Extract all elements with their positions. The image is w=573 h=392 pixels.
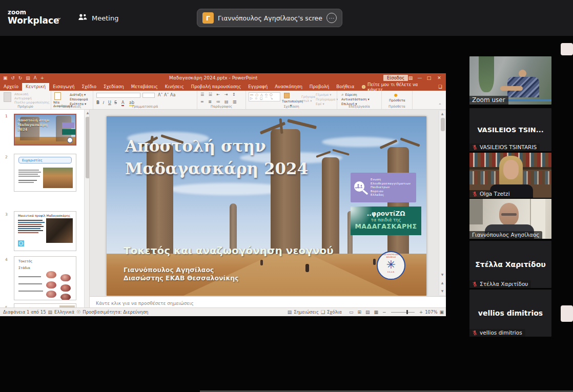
reset-button[interactable]: Επαναφορά [70, 97, 88, 101]
current-slide[interactable]: Αποστολή στην Μαδαγασκάρη 2024 Ενωσ [107, 116, 426, 296]
slide-scrollbar[interactable]: ▲ ▼ ▲ ▼ [439, 111, 445, 295]
normal-view-icon[interactable]: ▭ [349, 310, 354, 315]
notes-toggle-icon[interactable]: ▤ [288, 310, 292, 315]
participant-tile-giannopoulos[interactable]: Γιαννόπουλος Αγησίλαος [469, 199, 551, 239]
notes-placeholder[interactable]: Κάντε κλικ για να προσθέσετε σημειώσεις [96, 301, 194, 306]
thumb3-photo [46, 218, 73, 243]
zoom-slider[interactable] [391, 312, 415, 313]
care-madagascar-logo: ..φροντίΖΩ τα παιδιά της ΜΑΔΑΓΑΣΚΑΡΗΣ [351, 207, 421, 235]
shape-fill-button[interactable]: Γέμισμα ▾ [316, 93, 331, 97]
proofing-icon[interactable]: ▤ [48, 310, 53, 315]
shapes-gallery[interactable]: ▭ ○ △ ◇ ⬠ ▷ ☆ ◻ ⌒ ↘ [249, 92, 280, 101]
addin-dot-icon: ● [394, 93, 398, 97]
thumb-scroll-up-icon[interactable]: ▲ [85, 110, 90, 116]
quick-styles-label2[interactable]: στυλ ▾ [301, 99, 312, 103]
share-more-icon[interactable]: ⋯ [326, 13, 337, 23]
thumb2-titlebox: Ευχαριστίες [18, 157, 72, 163]
minimize-icon[interactable]: — [415, 75, 424, 80]
tab-help[interactable]: Βοήθεια [333, 83, 358, 91]
ribbon-options-icon[interactable]: ▤ [406, 75, 415, 80]
arrange-icon[interactable] [284, 93, 290, 98]
language-status[interactable]: Ελληνικά [54, 310, 74, 315]
font-grow-shrink-icons[interactable]: A˄ A˅ Aa [158, 93, 175, 97]
find-button[interactable]: ⌕Εύρεση [341, 93, 357, 97]
tab-insert[interactable]: Εισαγωγή [49, 83, 78, 91]
quick-access-toolbar-icons[interactable]: ▣ ↺ ↻ ▤ A + [3, 75, 45, 80]
ribbon-comment-icon[interactable]: ❑ [435, 83, 446, 91]
collapse-ribbon-icon[interactable]: ⌃ [438, 103, 442, 108]
maximize-icon[interactable]: □ [424, 75, 434, 80]
zoom-out-icon[interactable]: − [382, 310, 386, 315]
slide-editing-area: Αποστολή στην Μαδαγασκάρη 2024 Ενωσ [90, 110, 446, 296]
shape-outline-button[interactable]: Περίγραμμα ▾ [316, 97, 338, 101]
tab-design[interactable]: Σχεδίαση [100, 83, 128, 91]
slide-thumbnail-1[interactable]: Αποστολή στην Μαδαγασκάρη 2024 [14, 114, 76, 146]
tab-animations[interactable]: Κινήσεις [161, 83, 188, 91]
zoom-slider-thumb[interactable] [406, 310, 408, 314]
font-size-box[interactable] [142, 93, 155, 98]
format-painter-button[interactable]: Πινέλο μορφοποίησης [14, 100, 50, 105]
copy-button[interactable]: Αντιγραφή [14, 96, 32, 100]
slide-sorter-icon[interactable]: ⊞ [358, 310, 362, 315]
zoom-workplace-logo: zoom Workplace [8, 9, 59, 25]
slide-thumbnail-2[interactable]: Ευχαριστίες [14, 154, 76, 192]
fit-to-window-icon[interactable]: ▣ [439, 310, 444, 315]
slide-scroll-down-icon[interactable]: ▼ [439, 272, 445, 278]
tab-view[interactable]: Προβολή [306, 83, 333, 91]
slide-thumbnail-3[interactable]: Μαιευτικά προφίλ Μαδαγασκάρης [14, 211, 76, 251]
slide-subtitle: Τοκετός και αναζωογόνηση νεογνού [124, 244, 334, 257]
participant-tile-zoom-user[interactable]: Zoom user [469, 56, 551, 105]
slideshow-view-icon[interactable]: ▦ [374, 310, 379, 315]
next-slide-icon[interactable]: ▼ [439, 288, 445, 294]
tab-record[interactable]: Εγγραφή [244, 83, 271, 91]
addins-button[interactable]: Πρόσθετα [389, 98, 405, 102]
tab-slideshow[interactable]: Προβολή παρουσίασης [188, 83, 245, 91]
notes-toggle-label[interactable]: Σημειώσεις [294, 310, 319, 315]
tab-home[interactable]: Κεντρική [22, 83, 49, 91]
participant-tile-vellios[interactable]: vellios dimitrios vellios dimitrios [469, 290, 551, 337]
thumb-scrollbar-thumb[interactable] [86, 117, 90, 178]
previous-slide-icon[interactable]: ▲ [439, 280, 445, 286]
zoom-percentage[interactable]: 107% [425, 310, 437, 315]
tab-review[interactable]: Ανασκόπηση [271, 83, 306, 91]
thumb-number-3: 3 [5, 212, 8, 217]
comments-toggle-icon[interactable]: ❑ [321, 310, 325, 315]
slide-scrollbar-thumb[interactable] [441, 118, 445, 131]
participant-tile-stella[interactable]: Στέλλα Χαριτίδου Στέλλα Χαριτίδου [469, 241, 551, 288]
font-name-box[interactable] [96, 93, 140, 98]
thumb2-title: Ευχαριστίες [19, 157, 71, 162]
quick-styles-label1[interactable]: Γρήγορα [301, 95, 315, 99]
new-slide-icon[interactable] [54, 92, 61, 100]
tab-draw[interactable]: Σχέδιο [78, 83, 100, 91]
participant-tile-vasileios[interactable]: VASILEIOS TSIN... VASILEIOS TSINTARIS [469, 108, 551, 151]
light-beam [351, 207, 376, 234]
thumb-number-4: 4 [5, 257, 8, 262]
chevron-down-icon[interactable]: ⌄ [56, 13, 62, 21]
shared-screen-tab[interactable]: Γ Γιαννόπουλος Αγησίλαος's scree ⋯ [197, 9, 342, 27]
ribbon: Αποκοπή Αντιγραφή Πινέλο μορφοποίησης Πρ… [0, 91, 446, 110]
arrange-label[interactable]: Τακτοποίηση [282, 99, 303, 104]
reading-view-icon[interactable]: ▤ [365, 310, 370, 315]
accessibility-status[interactable]: Προσβασιμότητα: Διερεύνηση [83, 310, 148, 315]
close-icon[interactable]: ✕ [435, 75, 444, 80]
cut-button[interactable]: Αποκοπή [14, 92, 28, 96]
paste-icon[interactable] [4, 92, 11, 102]
replace-button[interactable]: Αντικατάσταση ▾ [341, 97, 370, 101]
ribbon-group-font: A˄ A˅ Aa B I U S A ab Γραμματοσειρά [93, 91, 197, 109]
align-icons[interactable]: ≡ ≣ ≔ ▤ ▥ [200, 99, 238, 104]
tab-file[interactable]: Αρχείο [0, 83, 22, 91]
participant-tile-olga[interactable]: Olga Tzetzi [469, 153, 551, 198]
thumbnail-scrollbar[interactable]: ▲ ▼ [84, 110, 90, 316]
zoom-in-icon[interactable]: + [419, 310, 423, 315]
list-indent-icons[interactable]: ☰ ☱ ⇤ ⇥ ↕ [200, 92, 237, 97]
tell-me-box[interactable]: Πείτε μου τι θέλετε να κάνετε [358, 83, 435, 91]
layout-button[interactable]: Διάταξη ▾ [70, 93, 86, 97]
tab-meeting[interactable]: Meeting [78, 13, 118, 23]
comments-toggle-label[interactable]: Σχόλια [327, 310, 342, 315]
tab-transitions[interactable]: Μεταβάσεις [128, 83, 161, 91]
slide-scroll-up-icon[interactable]: ▲ [439, 111, 445, 117]
slide-thumbnail-4[interactable]: Τοκετός Στάδια [14, 256, 76, 300]
zoom-top-bar: zoom Workplace ⌄ Meeting Γ Γιαννόπουλος … [0, 0, 573, 36]
sign-in-button[interactable]: Είσοδος [383, 75, 408, 81]
mic-muted-icon [472, 330, 478, 336]
